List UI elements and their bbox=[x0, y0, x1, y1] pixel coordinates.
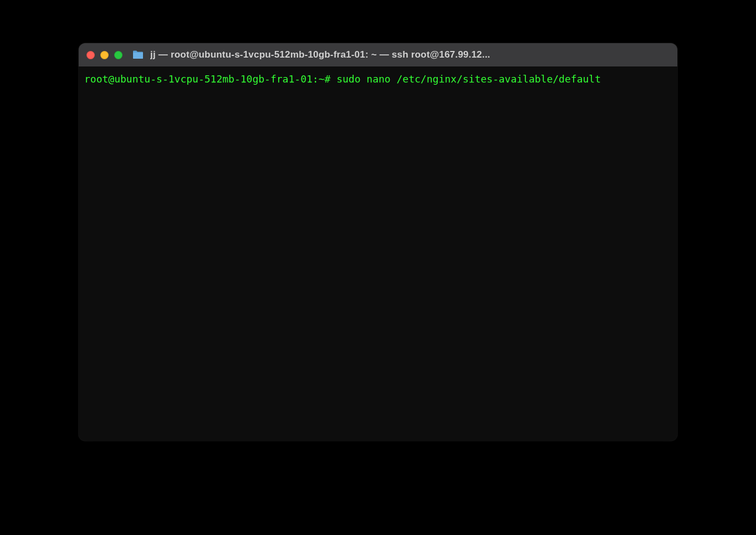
terminal-window: jj — root@ubuntu-s-1vcpu-512mb-10gb-fra1… bbox=[79, 43, 677, 441]
minimize-button[interactable] bbox=[100, 51, 109, 59]
window-titlebar[interactable]: jj — root@ubuntu-s-1vcpu-512mb-10gb-fra1… bbox=[79, 43, 677, 66]
traffic-lights bbox=[86, 51, 122, 59]
window-title: jj — root@ubuntu-s-1vcpu-512mb-10gb-fra1… bbox=[150, 49, 670, 60]
command-input[interactable]: sudo nano /etc/nginx/sites-available/def… bbox=[336, 73, 601, 85]
maximize-button[interactable] bbox=[114, 51, 122, 59]
prompt-line: root@ubuntu-s-1vcpu-512mb-10gb-fra1-01:~… bbox=[84, 73, 601, 85]
close-button[interactable] bbox=[86, 51, 95, 59]
folder-icon bbox=[132, 50, 144, 59]
shell-prompt: root@ubuntu-s-1vcpu-512mb-10gb-fra1-01:~… bbox=[84, 73, 336, 85]
terminal-body[interactable]: root@ubuntu-s-1vcpu-512mb-10gb-fra1-01:~… bbox=[79, 66, 677, 441]
